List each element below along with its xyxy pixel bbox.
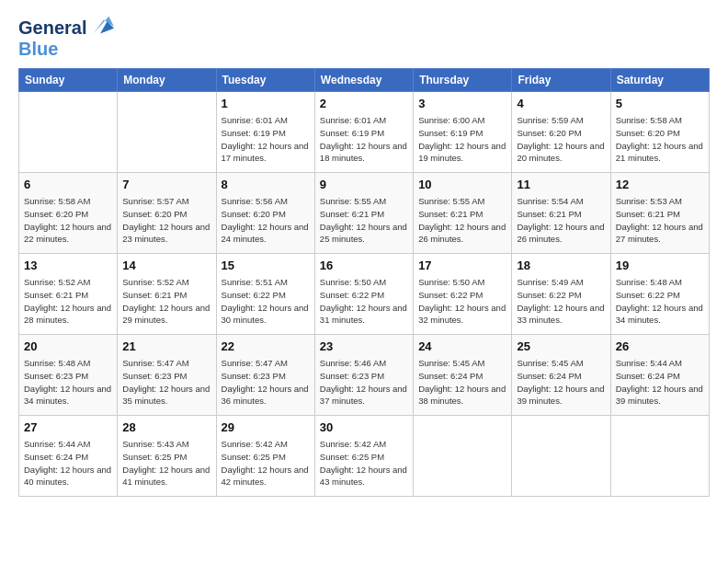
day-number: 15: [222, 258, 310, 274]
calendar-cell: 25Sunrise: 5:45 AMSunset: 6:24 PMDayligh…: [512, 335, 610, 416]
day-info: Sunrise: 5:48 AMSunset: 6:22 PMDaylight:…: [616, 276, 704, 327]
day-info: Sunrise: 5:45 AMSunset: 6:24 PMDaylight:…: [418, 357, 506, 408]
day-number: 12: [616, 177, 704, 193]
day-info: Sunrise: 5:51 AMSunset: 6:22 PMDaylight:…: [222, 276, 310, 327]
day-number: 4: [517, 96, 605, 112]
day-number: 1: [222, 96, 310, 112]
day-number: 30: [320, 419, 408, 436]
day-info: Sunrise: 5:47 AMSunset: 6:23 PMDaylight:…: [122, 357, 210, 408]
day-number: 29: [222, 419, 310, 436]
day-number: 5: [616, 96, 704, 112]
calendar-cell: [610, 416, 709, 497]
day-info: Sunrise: 5:53 AMSunset: 6:21 PMDaylight:…: [616, 195, 704, 246]
page: General Blue SundayMondayTuesdayWednesda…: [0, 0, 728, 506]
calendar: SundayMondayTuesdayWednesdayThursdayFrid…: [18, 68, 710, 497]
day-info: Sunrise: 5:55 AMSunset: 6:21 PMDaylight:…: [320, 195, 408, 246]
day-info: Sunrise: 5:58 AMSunset: 6:20 PMDaylight:…: [24, 195, 112, 246]
calendar-cell: 13Sunrise: 5:52 AMSunset: 6:21 PMDayligh…: [19, 254, 118, 335]
day-info: Sunrise: 5:48 AMSunset: 6:23 PMDaylight:…: [24, 357, 112, 408]
day-number: 18: [517, 258, 605, 274]
logo-icon: [88, 13, 114, 39]
day-number: 13: [24, 258, 112, 274]
day-info: Sunrise: 6:00 AMSunset: 6:19 PMDaylight:…: [418, 114, 506, 165]
calendar-week-4: 20Sunrise: 5:48 AMSunset: 6:23 PMDayligh…: [19, 335, 710, 416]
calendar-cell: 12Sunrise: 5:53 AMSunset: 6:21 PMDayligh…: [610, 173, 709, 254]
weekday-header-sunday: Sunday: [19, 69, 118, 92]
header: General Blue: [18, 17, 710, 59]
calendar-cell: 21Sunrise: 5:47 AMSunset: 6:23 PMDayligh…: [118, 335, 216, 416]
day-info: Sunrise: 5:56 AMSunset: 6:20 PMDaylight:…: [222, 195, 310, 246]
day-info: Sunrise: 5:44 AMSunset: 6:24 PMDaylight:…: [616, 357, 704, 408]
calendar-cell: 7Sunrise: 5:57 AMSunset: 6:20 PMDaylight…: [118, 173, 216, 254]
calendar-cell: 23Sunrise: 5:46 AMSunset: 6:23 PMDayligh…: [314, 335, 413, 416]
logo: General Blue: [18, 17, 114, 59]
calendar-cell: 1Sunrise: 6:01 AMSunset: 6:19 PMDaylight…: [216, 92, 314, 173]
day-number: 24: [418, 339, 506, 355]
calendar-cell: 18Sunrise: 5:49 AMSunset: 6:22 PMDayligh…: [512, 254, 610, 335]
calendar-header: SundayMondayTuesdayWednesdayThursdayFrid…: [19, 69, 710, 92]
day-number: 19: [616, 258, 704, 274]
calendar-cell: 28Sunrise: 5:43 AMSunset: 6:25 PMDayligh…: [118, 416, 216, 497]
day-info: Sunrise: 5:49 AMSunset: 6:22 PMDaylight:…: [517, 276, 605, 327]
calendar-cell: 24Sunrise: 5:45 AMSunset: 6:24 PMDayligh…: [414, 335, 512, 416]
day-info: Sunrise: 5:57 AMSunset: 6:20 PMDaylight:…: [122, 195, 210, 246]
calendar-cell: 8Sunrise: 5:56 AMSunset: 6:20 PMDaylight…: [216, 173, 314, 254]
weekday-header-saturday: Saturday: [610, 69, 709, 92]
day-number: 11: [517, 177, 605, 193]
day-info: Sunrise: 5:43 AMSunset: 6:25 PMDaylight:…: [122, 438, 210, 488]
day-number: 25: [517, 339, 605, 355]
day-number: 10: [418, 177, 506, 193]
day-info: Sunrise: 5:45 AMSunset: 6:24 PMDaylight:…: [517, 357, 605, 408]
calendar-cell: 29Sunrise: 5:42 AMSunset: 6:25 PMDayligh…: [216, 416, 314, 497]
weekday-header-friday: Friday: [512, 69, 610, 92]
day-info: Sunrise: 5:46 AMSunset: 6:23 PMDaylight:…: [320, 357, 408, 408]
calendar-cell: [512, 416, 610, 497]
day-number: 16: [320, 258, 408, 274]
calendar-week-1: 1Sunrise: 6:01 AMSunset: 6:19 PMDaylight…: [19, 92, 710, 173]
day-number: 23: [320, 339, 408, 355]
calendar-cell: 17Sunrise: 5:50 AMSunset: 6:22 PMDayligh…: [414, 254, 512, 335]
calendar-week-3: 13Sunrise: 5:52 AMSunset: 6:21 PMDayligh…: [19, 254, 710, 335]
calendar-cell: 5Sunrise: 5:58 AMSunset: 6:20 PMDaylight…: [610, 92, 709, 173]
day-info: Sunrise: 5:52 AMSunset: 6:21 PMDaylight:…: [122, 276, 210, 327]
day-number: 26: [616, 339, 704, 355]
calendar-cell: [414, 416, 512, 497]
day-info: Sunrise: 6:01 AMSunset: 6:19 PMDaylight:…: [320, 114, 408, 165]
day-number: 9: [320, 177, 408, 193]
day-info: Sunrise: 5:50 AMSunset: 6:22 PMDaylight:…: [418, 276, 506, 327]
day-info: Sunrise: 5:42 AMSunset: 6:25 PMDaylight:…: [222, 438, 310, 488]
calendar-cell: 22Sunrise: 5:47 AMSunset: 6:23 PMDayligh…: [216, 335, 314, 416]
calendar-cell: [118, 92, 216, 173]
calendar-cell: 3Sunrise: 6:00 AMSunset: 6:19 PMDaylight…: [414, 92, 512, 173]
weekday-header-wednesday: Wednesday: [314, 69, 413, 92]
calendar-cell: 16Sunrise: 5:50 AMSunset: 6:22 PMDayligh…: [314, 254, 413, 335]
day-number: 27: [24, 419, 112, 436]
day-number: 7: [122, 177, 210, 193]
calendar-cell: 10Sunrise: 5:55 AMSunset: 6:21 PMDayligh…: [414, 173, 512, 254]
weekday-header-tuesday: Tuesday: [216, 69, 314, 92]
calendar-cell: 30Sunrise: 5:42 AMSunset: 6:25 PMDayligh…: [314, 416, 413, 497]
day-number: 3: [418, 96, 506, 112]
day-number: 20: [24, 339, 112, 355]
calendar-cell: 19Sunrise: 5:48 AMSunset: 6:22 PMDayligh…: [610, 254, 709, 335]
calendar-week-2: 6Sunrise: 5:58 AMSunset: 6:20 PMDaylight…: [19, 173, 710, 254]
day-number: 8: [222, 177, 310, 193]
calendar-cell: 14Sunrise: 5:52 AMSunset: 6:21 PMDayligh…: [118, 254, 216, 335]
day-number: 28: [122, 419, 210, 436]
day-number: 17: [418, 258, 506, 274]
calendar-cell: 15Sunrise: 5:51 AMSunset: 6:22 PMDayligh…: [216, 254, 314, 335]
day-number: 2: [320, 96, 408, 112]
calendar-cell: 4Sunrise: 5:59 AMSunset: 6:20 PMDaylight…: [512, 92, 610, 173]
day-number: 6: [24, 177, 112, 193]
calendar-week-5: 27Sunrise: 5:44 AMSunset: 6:24 PMDayligh…: [19, 416, 710, 497]
calendar-cell: 11Sunrise: 5:54 AMSunset: 6:21 PMDayligh…: [512, 173, 610, 254]
weekday-header-thursday: Thursday: [414, 69, 512, 92]
calendar-cell: 27Sunrise: 5:44 AMSunset: 6:24 PMDayligh…: [19, 416, 118, 497]
day-info: Sunrise: 5:44 AMSunset: 6:24 PMDaylight:…: [24, 438, 112, 488]
logo-subtext: Blue: [18, 39, 58, 59]
day-number: 22: [222, 339, 310, 355]
day-info: Sunrise: 6:01 AMSunset: 6:19 PMDaylight:…: [222, 114, 310, 165]
calendar-cell: [19, 92, 118, 173]
calendar-body: 1Sunrise: 6:01 AMSunset: 6:19 PMDaylight…: [19, 92, 710, 497]
calendar-cell: 20Sunrise: 5:48 AMSunset: 6:23 PMDayligh…: [19, 335, 118, 416]
